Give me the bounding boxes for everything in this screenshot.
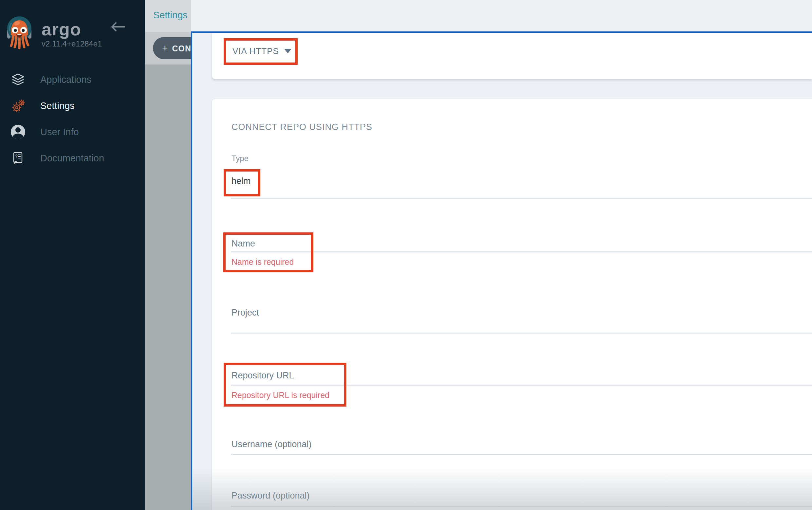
collapse-sidebar-arrow-icon[interactable] [110, 20, 126, 33]
breadcrumb-bar-dimmed: Settings/ [145, 0, 191, 32]
type-field-value[interactable]: helm [231, 176, 251, 186]
password-input-underline [231, 506, 812, 507]
type-field-label: Type [231, 154, 249, 163]
type-field-underline [231, 198, 812, 199]
sidebar: argo v2.11.4+e1284e1 Applications [0, 0, 145, 510]
password-input[interactable]: Password (optional) [231, 491, 310, 501]
version-label: v2.11.4+e1284e1 [41, 39, 102, 49]
argo-logo-text: argo [41, 19, 81, 39]
repos-toolbar-dimmed: +CON [145, 32, 191, 64]
sidebar-item-user-info[interactable]: User Info [0, 122, 145, 142]
argocd-connect-repo-screen: argo v2.11.4+e1284e1 Applications [0, 0, 812, 510]
name-input[interactable]: Name [231, 239, 255, 249]
argo-logo [7, 17, 40, 51]
connect-repo-button-label: CON [172, 44, 191, 53]
username-input-underline [231, 454, 812, 455]
breadcrumb: Settings/ [153, 10, 191, 21]
page-content-dimmed [145, 64, 191, 510]
name-input-underline [231, 251, 812, 252]
plus-icon: + [162, 42, 168, 53]
sidebar-item-settings[interactable]: Settings [0, 96, 145, 116]
book-icon: ? [11, 151, 25, 165]
connect-repo-button-truncated[interactable]: +CON [153, 37, 191, 59]
sidebar-item-label: User Info [40, 122, 79, 142]
svg-text:?: ? [15, 153, 18, 158]
sidebar-item-label: Applications [40, 70, 91, 89]
form-title: CONNECT REPO USING HTTPS [231, 122, 372, 132]
project-input-underline [231, 333, 812, 334]
project-input[interactable]: Project [231, 308, 259, 318]
breadcrumb-settings-link[interactable]: Settings [153, 10, 187, 20]
username-input[interactable]: Username (optional) [231, 439, 312, 449]
via-https-dropdown-label: VIA HTTPS [232, 46, 279, 56]
connection-method-card [212, 33, 812, 79]
via-https-dropdown[interactable]: VIA HTTPS [232, 46, 291, 56]
gear-icon [11, 98, 25, 113]
sidebar-item-label: Documentation [40, 148, 104, 168]
sidebar-item-applications[interactable]: Applications [0, 70, 145, 89]
name-error-text: Name is required [231, 257, 294, 267]
breadcrumb-separator: / [187, 10, 191, 20]
repository-url-input-underline [231, 385, 812, 386]
layers-icon [11, 72, 25, 87]
sliding-panel-header [191, 0, 812, 31]
user-icon [11, 125, 25, 139]
repository-url-input[interactable]: Repository URL [231, 370, 294, 381]
sidebar-item-documentation[interactable]: ? Documentation [0, 148, 145, 168]
chevron-down-icon [284, 49, 291, 53]
sidebar-item-label: Settings [40, 96, 75, 116]
repository-url-error-text: Repository URL is required [231, 391, 329, 400]
